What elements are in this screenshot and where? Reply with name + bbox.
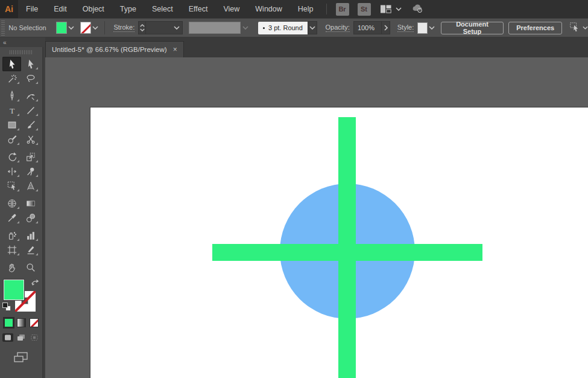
select-similar-chevron-icon[interactable] — [583, 26, 588, 30]
tool-grid: T — [2, 57, 40, 275]
tab-close-icon[interactable]: × — [173, 46, 177, 53]
menu-effect[interactable]: Effect — [181, 0, 216, 18]
menubar-separator — [326, 4, 327, 14]
curvature-tool[interactable] — [21, 89, 40, 103]
fill-color-indicator[interactable] — [4, 280, 24, 300]
controlbar-separator — [104, 21, 105, 34]
scissors-tool[interactable] — [21, 132, 40, 147]
document-tab-bar: Untitled-5* @ 66.67% (RGB/Preview) × — [45, 37, 588, 57]
column-graph-tool[interactable] — [21, 228, 40, 243]
default-fill-stroke-icon[interactable] — [2, 303, 11, 311]
type-tool[interactable]: T — [2, 103, 21, 118]
controlbar-grip[interactable] — [1, 20, 5, 36]
opacity-value: 100% — [358, 24, 375, 31]
cc-sync-icon[interactable] — [411, 3, 423, 15]
selection-status: No Selection — [8, 24, 46, 31]
workspace-switcher-icon[interactable] — [380, 3, 392, 15]
paintbrush-tool[interactable] — [21, 118, 40, 132]
stroke-label[interactable]: Stroke: — [113, 24, 134, 32]
paint-mode-buttons — [4, 318, 39, 327]
menu-edit[interactable]: Edit — [46, 0, 75, 18]
document-tab[interactable]: Untitled-5* @ 66.67% (RGB/Preview) × — [45, 41, 184, 57]
canvas-area[interactable] — [45, 57, 588, 378]
profile-chevron-icon — [241, 22, 249, 34]
magic-wand-tool[interactable] — [2, 71, 21, 86]
control-bar: No Selection Stroke: 3 pt. Round — [0, 18, 588, 37]
scale-tool[interactable] — [21, 150, 40, 164]
slice-tool[interactable] — [21, 243, 40, 257]
brush-definition-value: 3 pt. Round — [268, 24, 303, 31]
style-chevron-icon[interactable] — [428, 22, 436, 34]
menu-window[interactable]: Window — [247, 0, 289, 18]
hand-tool[interactable] — [2, 260, 21, 275]
style-swatch[interactable] — [417, 22, 427, 34]
preferences-button[interactable]: Preferences — [508, 22, 562, 34]
opacity-field[interactable]: 100% — [353, 21, 382, 34]
collapse-panel-icon[interactable]: « — [3, 39, 7, 46]
zoom-tool[interactable] — [21, 260, 40, 275]
draw-inside-icon[interactable] — [29, 333, 40, 342]
puppet-warp-tool[interactable] — [21, 164, 40, 179]
select-similar-icon[interactable] — [569, 22, 580, 34]
brush-definition-field[interactable]: 3 pt. Round — [258, 22, 308, 34]
mesh-tool[interactable] — [2, 196, 21, 211]
gradient-tool[interactable] — [21, 196, 40, 211]
menu-help[interactable]: Help — [290, 0, 321, 18]
menu-view[interactable]: View — [215, 0, 247, 18]
stroke-swatch-chevron-icon[interactable] — [91, 22, 100, 34]
line-segment-tool[interactable] — [21, 103, 40, 118]
width-tool[interactable] — [2, 164, 21, 179]
brush-chevron-button[interactable] — [308, 21, 317, 34]
document-setup-button[interactable]: Document Setup — [441, 22, 504, 34]
menu-bar: Ai File Edit Object Type Select Effect V… — [0, 0, 588, 18]
stock-button[interactable]: St — [358, 3, 371, 16]
lasso-tool[interactable] — [21, 71, 40, 86]
fill-swatch-chevron-icon[interactable] — [67, 22, 75, 34]
artboard[interactable] — [90, 107, 588, 378]
stroke-color-swatch[interactable] — [80, 22, 91, 34]
free-transform-tool[interactable] — [2, 179, 21, 193]
fill-color-swatch[interactable] — [56, 22, 67, 34]
rotate-tool[interactable] — [2, 150, 21, 164]
illustrator-window: Ai File Edit Object Type Select Effect V… — [0, 0, 588, 378]
selection-tool[interactable] — [2, 57, 21, 71]
variable-width-profile-dropdown — [189, 22, 241, 34]
swap-fill-stroke-icon[interactable] — [31, 278, 40, 287]
fill-stroke-indicator — [2, 278, 40, 313]
app-logo[interactable]: Ai — [0, 0, 18, 18]
style-label[interactable]: Style: — [397, 24, 414, 32]
work-area: Untitled-5* @ 66.67% (RGB/Preview) × — [45, 37, 588, 378]
toolbar-grip[interactable] — [10, 50, 33, 54]
draw-behind-icon[interactable] — [16, 333, 27, 342]
pen-tool[interactable] — [2, 89, 21, 103]
menu-type[interactable]: Type — [112, 0, 144, 18]
draw-mode-buttons — [2, 333, 40, 342]
menu-object[interactable]: Object — [75, 0, 112, 18]
stroke-width-combobox[interactable] — [146, 21, 183, 34]
stroke-none-slash — [80, 22, 91, 34]
eyedropper-tool[interactable] — [2, 211, 21, 225]
none-button[interactable] — [30, 318, 39, 327]
document-tab-title: Untitled-5* @ 66.67% (RGB/Preview) — [52, 46, 167, 53]
blend-tool[interactable] — [21, 211, 40, 225]
menu-file[interactable]: File — [18, 0, 46, 18]
direct-selection-tool[interactable] — [21, 57, 40, 71]
opacity-expand-button[interactable] — [382, 21, 390, 34]
bridge-button[interactable]: Br — [336, 3, 349, 16]
perspective-grid-tool[interactable] — [21, 179, 40, 193]
workspace-chevron-icon[interactable] — [396, 7, 402, 11]
shaper-tool[interactable] — [2, 132, 21, 147]
gradient-button[interactable] — [17, 318, 26, 327]
color-button[interactable] — [4, 318, 13, 327]
rectangle-tool[interactable] — [2, 118, 21, 132]
menu-select[interactable]: Select — [144, 0, 181, 18]
screen-mode-icon[interactable] — [13, 351, 29, 366]
tool-dock: « — [0, 37, 45, 378]
svg-text:T: T — [9, 106, 14, 115]
draw-normal-icon[interactable] — [2, 333, 13, 342]
opacity-label[interactable]: Opacity: — [326, 24, 350, 32]
green-cross-horizontal-bar[interactable] — [212, 244, 482, 261]
symbol-sprayer-tool[interactable] — [2, 228, 21, 243]
artboard-tool[interactable] — [2, 243, 21, 257]
stroke-width-stepper[interactable] — [138, 21, 146, 34]
